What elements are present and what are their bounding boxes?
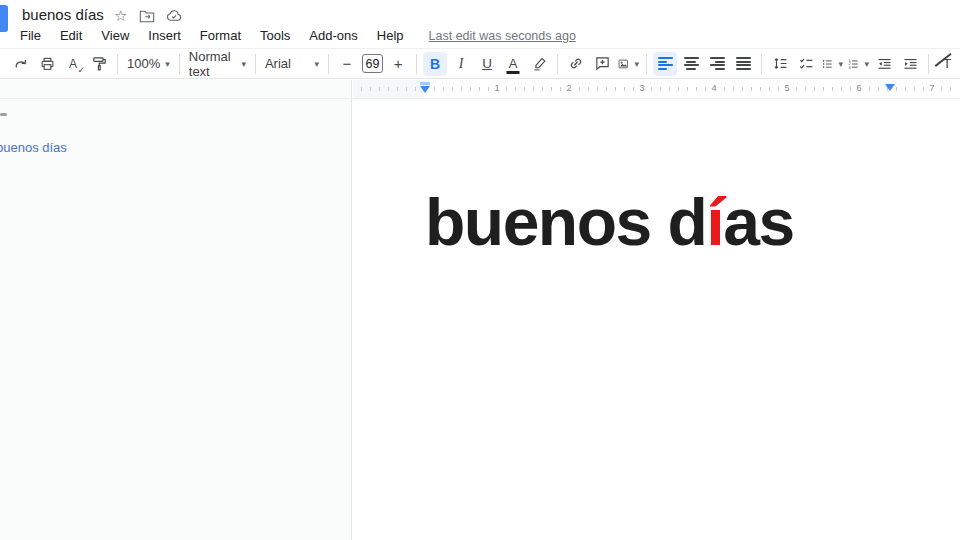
underline-button[interactable]: U <box>475 52 499 76</box>
caret-down-icon: ▾ <box>634 59 639 69</box>
font-size-increase-button[interactable]: + <box>386 52 410 76</box>
text-run-black: as <box>723 185 793 259</box>
italic-button[interactable]: I <box>449 52 473 76</box>
toolbar-separator <box>328 54 329 74</box>
toolbar-separator <box>255 54 256 74</box>
ruler-inch-number: 7 <box>929 83 934 93</box>
menu-help[interactable]: Help <box>377 28 404 43</box>
right-indent-marker[interactable] <box>885 84 895 91</box>
paragraph-style-value: Normal text <box>189 49 237 79</box>
star-icon[interactable]: ☆ <box>114 8 127 24</box>
ruler-inch-number: 2 <box>566 83 571 93</box>
paragraph-style-select[interactable]: Normal text ▾ <box>185 52 250 76</box>
justify-button[interactable] <box>731 52 755 76</box>
numbered-list-button[interactable]: 1 2 3 ▾ <box>846 52 870 76</box>
svg-text:3: 3 <box>849 64 851 69</box>
menu-view[interactable]: View <box>101 28 129 43</box>
text-color-swatch <box>507 71 520 74</box>
caret-down-icon: ▾ <box>165 59 170 69</box>
outline-panel: buenos días <box>0 80 352 540</box>
menu-tools[interactable]: Tools <box>260 28 290 43</box>
increase-indent-button[interactable] <box>898 52 922 76</box>
spellcheck-button[interactable]: A ✓ <box>61 52 85 76</box>
spellcheck-letter: A <box>69 57 77 71</box>
caret-down-icon: ▾ <box>864 59 869 69</box>
align-left-icon <box>658 57 673 70</box>
text-color-button[interactable]: A <box>501 52 525 76</box>
align-center-button[interactable] <box>679 52 703 76</box>
menu-format[interactable]: Format <box>200 28 241 43</box>
bold-button[interactable]: B <box>423 52 447 76</box>
align-center-icon <box>684 57 699 70</box>
document-text-line[interactable]: buenos días <box>425 180 794 266</box>
zoom-value: 100% <box>127 56 160 71</box>
text-run-black: buenos d <box>425 185 706 259</box>
ruler-inch-number: 3 <box>639 83 644 93</box>
caret-down-icon: ▾ <box>314 59 319 69</box>
cloud-saved-icon[interactable] <box>166 9 182 22</box>
menu-file[interactable]: File <box>20 28 41 43</box>
text-color-letter: A <box>509 56 518 71</box>
insert-link-button[interactable] <box>564 52 588 76</box>
menubar: File Edit View Insert Format Tools Add-o… <box>20 28 576 43</box>
ruler-bottom-divider <box>0 98 960 99</box>
ruler-inch-number: 1 <box>494 83 499 93</box>
toolbar-separator <box>557 54 558 74</box>
menu-insert[interactable]: Insert <box>148 28 181 43</box>
justify-icon <box>736 57 751 70</box>
toolbar-separator <box>416 54 417 74</box>
bulleted-list-button[interactable]: ▾ <box>820 52 844 76</box>
print-button[interactable] <box>35 52 59 76</box>
content-area: buenos días buenos días 1234567 <box>0 80 960 540</box>
menu-addons[interactable]: Add-ons <box>309 28 357 43</box>
font-family-value: Arial <box>265 56 291 71</box>
ruler-inch-number: 6 <box>856 83 861 93</box>
align-right-icon <box>710 57 725 70</box>
first-line-indent-marker[interactable] <box>420 82 430 85</box>
font-family-select[interactable]: Arial ▾ <box>261 52 323 76</box>
last-edit-link[interactable]: Last edit was seconds ago <box>429 29 576 43</box>
checklist-button[interactable] <box>794 52 818 76</box>
ruler-inch-number: 4 <box>711 83 716 93</box>
toolbar: A ✓ 100% ▾ Normal text ▾ Arial ▾ − 69 + … <box>0 48 960 79</box>
ruler: 1234567 <box>353 80 960 98</box>
align-left-button[interactable] <box>653 52 677 76</box>
text-run-red: í <box>706 185 723 259</box>
toolbar-separator <box>646 54 647 74</box>
docs-logo-icon[interactable] <box>0 5 8 32</box>
document-page[interactable]: buenos días <box>353 80 960 540</box>
move-folder-icon[interactable] <box>139 9 155 23</box>
toolbar-separator <box>761 54 762 74</box>
font-size-decrease-button[interactable]: − <box>335 52 359 76</box>
zoom-select[interactable]: 100% ▾ <box>123 52 174 76</box>
caret-down-icon: ▾ <box>241 59 246 69</box>
font-size-input[interactable]: 69 <box>362 54 383 73</box>
document-title[interactable]: buenos días <box>22 6 104 23</box>
outline-heading-item[interactable]: buenos días <box>0 140 67 155</box>
titlebar: buenos días ☆ File Edit View Insert Form… <box>0 0 960 48</box>
toolbar-separator <box>179 54 180 74</box>
toolbar-separator <box>117 54 118 74</box>
insert-image-button[interactable]: ▾ <box>616 52 640 76</box>
toolbar-separator <box>928 54 929 74</box>
left-indent-marker[interactable] <box>420 82 430 93</box>
highlight-color-button[interactable] <box>527 52 551 76</box>
menu-edit[interactable]: Edit <box>60 28 82 43</box>
add-comment-button[interactable] <box>590 52 614 76</box>
decrease-indent-button[interactable] <box>872 52 896 76</box>
caret-down-icon: ▾ <box>838 59 843 69</box>
left-margin-triangle-icon <box>420 86 430 93</box>
clear-formatting-button[interactable]: T <box>935 52 959 76</box>
ruler-inch-number: 5 <box>784 83 789 93</box>
paint-format-button[interactable] <box>87 52 111 76</box>
line-spacing-button[interactable] <box>768 52 792 76</box>
spellcheck-check-icon: ✓ <box>77 65 85 75</box>
right-margin-triangle-icon <box>885 84 895 91</box>
align-right-button[interactable] <box>705 52 729 76</box>
outline-close-icon[interactable] <box>0 113 7 116</box>
redo-button[interactable] <box>9 52 33 76</box>
